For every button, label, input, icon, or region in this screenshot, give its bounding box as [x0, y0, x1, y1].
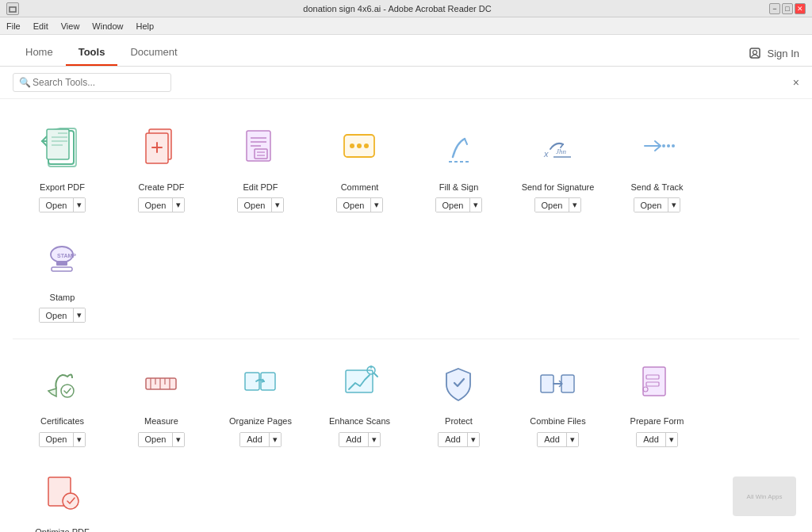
fill-sign-open-arrow[interactable]: ▾: [469, 198, 481, 212]
menu-file[interactable]: File: [6, 21, 21, 31]
send-signature-icon: x Jhn: [532, 124, 584, 176]
tool-edit-pdf: Edit PDF Open ▾: [211, 112, 310, 222]
svg-point-23: [662, 144, 665, 147]
tab-home[interactable]: Home: [13, 40, 66, 66]
prepare-form-btn-group[interactable]: Add ▾: [636, 432, 678, 447]
svg-point-17: [357, 144, 362, 148]
tool-optimize-pdf: Optimize PDF Add ▾: [13, 457, 112, 532]
organize-pages-add-arrow[interactable]: ▾: [269, 433, 281, 446]
edit-pdf-btn-group[interactable]: Open ▾: [237, 197, 285, 212]
menu-window[interactable]: Window: [92, 21, 123, 31]
svg-point-18: [364, 144, 369, 148]
edit-pdf-open-btn[interactable]: Open: [238, 198, 272, 212]
enhance-scans-add-btn[interactable]: Add: [339, 433, 368, 446]
fill-sign-open-btn[interactable]: Open: [436, 198, 470, 212]
maximize-button[interactable]: □: [782, 3, 793, 14]
create-pdf-open-btn[interactable]: Open: [139, 198, 173, 212]
export-pdf-open-arrow[interactable]: ▾: [73, 198, 85, 212]
combine-files-btn-group[interactable]: Add ▾: [537, 432, 579, 447]
send-track-open-arrow[interactable]: ▾: [668, 198, 680, 212]
fill-sign-btn-group[interactable]: Open ▾: [435, 197, 483, 212]
measure-label: Measure: [144, 416, 178, 427]
measure-icon: [136, 358, 187, 410]
enhance-scans-btn-group[interactable]: Add ▾: [339, 432, 381, 447]
optimize-pdf-label: Optimize PDF: [35, 527, 89, 532]
protect-label: Protect: [445, 416, 473, 427]
window-controls[interactable]: [6, 2, 19, 15]
prepare-form-add-btn[interactable]: Add: [637, 433, 665, 446]
svg-rect-28: [52, 267, 72, 271]
send-signature-open-btn[interactable]: Open: [535, 198, 569, 212]
search-icon: 🔍: [19, 77, 31, 88]
tool-stamp: STAMP Stamp Open ▾: [13, 222, 112, 332]
export-pdf-btn-group[interactable]: Open ▾: [39, 197, 86, 212]
stamp-open-arrow[interactable]: ▾: [73, 308, 85, 322]
stamp-btn-group[interactable]: Open ▾: [39, 308, 86, 323]
edit-pdf-label: Edit PDF: [243, 182, 278, 193]
tool-send-signature: x Jhn Send for Signature Open ▾: [508, 112, 607, 222]
send-track-icon: [631, 124, 683, 176]
edit-pdf-icon: [235, 124, 286, 176]
svg-point-2: [753, 51, 756, 55]
search-close-button[interactable]: ×: [793, 76, 799, 89]
comment-open-arrow[interactable]: ▾: [370, 198, 382, 212]
create-pdf-btn-group[interactable]: Open ▾: [138, 197, 186, 212]
search-input[interactable]: [13, 73, 171, 92]
prepare-form-label: Prepare Form: [630, 416, 684, 427]
enhance-scans-add-arrow[interactable]: ▾: [368, 433, 380, 446]
nav-tabs: Home Tools Document Sign In: [0, 35, 812, 67]
combine-files-add-btn[interactable]: Add: [538, 433, 566, 446]
send-signature-btn-group[interactable]: Open ▾: [534, 197, 582, 212]
protect-add-arrow[interactable]: ▾: [467, 433, 479, 446]
send-track-btn-group[interactable]: Open ▾: [634, 197, 681, 212]
tool-fill-sign: Fill & Sign Open ▾: [409, 112, 508, 222]
watermark: All Win Apps: [733, 477, 796, 516]
close-button[interactable]: ✕: [795, 3, 806, 14]
tab-tools[interactable]: Tools: [66, 40, 118, 66]
measure-open-arrow[interactable]: ▾: [172, 433, 184, 446]
svg-point-48: [63, 493, 79, 509]
organize-pages-btn-group[interactable]: Add ▾: [239, 432, 282, 447]
organize-pages-add-btn[interactable]: Add: [240, 433, 269, 446]
stamp-icon: STAMP: [36, 235, 88, 286]
menu-edit[interactable]: Edit: [33, 21, 48, 31]
optimize-pdf-icon: [36, 469, 88, 521]
tool-enhance-scans: Enhance Scans Add ▾: [310, 346, 409, 456]
measure-open-btn[interactable]: Open: [139, 433, 173, 446]
edit-pdf-open-arrow[interactable]: ▾: [271, 198, 283, 212]
menu-view[interactable]: View: [61, 21, 80, 31]
send-signature-open-arrow[interactable]: ▾: [569, 198, 580, 212]
tab-document[interactable]: Document: [117, 40, 190, 66]
sign-in-label[interactable]: Sign In: [768, 48, 799, 59]
minimize-button[interactable]: −: [769, 3, 780, 14]
tool-measure: Measure Open ▾: [112, 346, 211, 456]
protect-btn-group[interactable]: Add ▾: [438, 432, 480, 447]
comment-open-btn[interactable]: Open: [337, 198, 371, 212]
measure-btn-group[interactable]: Open ▾: [138, 432, 186, 447]
organize-pages-icon: [235, 358, 286, 410]
export-pdf-open-btn[interactable]: Open: [40, 198, 74, 212]
protect-add-btn[interactable]: Add: [439, 433, 467, 446]
send-track-open-btn[interactable]: Open: [634, 198, 668, 212]
prepare-form-add-arrow[interactable]: ▾: [665, 433, 677, 446]
tool-prepare-form: Prepare Form Add ▾: [607, 346, 707, 456]
combine-files-icon: [532, 358, 584, 410]
menu-help[interactable]: Help: [136, 21, 154, 31]
tool-send-track: Send & Track Open ▾: [607, 112, 707, 222]
svg-point-16: [350, 144, 354, 148]
comment-btn-group[interactable]: Open ▾: [336, 197, 384, 212]
svg-rect-5: [47, 129, 69, 159]
export-pdf-label: Export PDF: [40, 182, 85, 193]
certificates-btn-group[interactable]: Open ▾: [39, 432, 86, 447]
stamp-open-btn[interactable]: Open: [40, 308, 74, 322]
create-pdf-open-arrow[interactable]: ▾: [172, 198, 184, 212]
combine-files-add-arrow[interactable]: ▾: [566, 433, 578, 446]
organize-pages-label: Organize Pages: [229, 416, 292, 427]
main-content: Export PDF Open ▾ Create PDF Open ▾: [0, 99, 812, 532]
sign-in-area[interactable]: Sign In: [749, 47, 799, 59]
tool-certificates: Certificates Open ▾: [13, 346, 112, 456]
certificates-open-btn[interactable]: Open: [40, 433, 74, 446]
svg-point-30: [61, 385, 74, 397]
certificates-open-arrow[interactable]: ▾: [73, 433, 85, 446]
certificates-label: Certificates: [40, 416, 84, 427]
